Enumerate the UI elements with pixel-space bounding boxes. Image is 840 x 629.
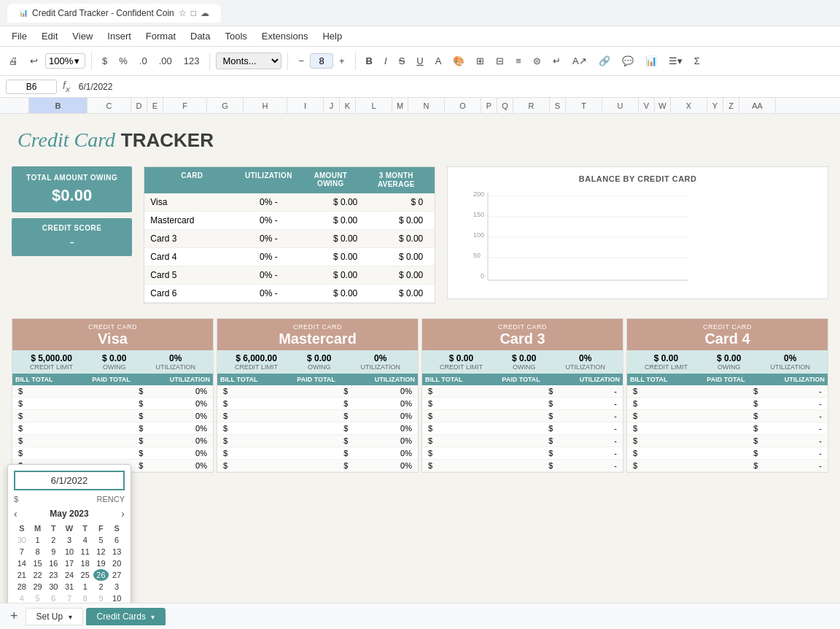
menu-file[interactable]: File: [6, 29, 33, 43]
link-button[interactable]: 🔗: [594, 53, 615, 69]
cal-day-cell[interactable]: 17: [61, 557, 77, 569]
decimal-less-button[interactable]: .0: [135, 53, 152, 69]
print-button[interactable]: 🖨: [4, 53, 23, 69]
tab-credit-cards[interactable]: Credit Cards ▾: [86, 608, 166, 625]
cal-day-cell[interactable]: 14: [14, 557, 30, 569]
cal-day-cell[interactable]: 24: [61, 569, 77, 581]
cal-day-cell[interactable]: 25: [77, 569, 93, 581]
cal-day-cell[interactable]: 4: [77, 534, 93, 546]
menu-extensions[interactable]: Extensions: [256, 29, 314, 43]
col-header-N[interactable]: N: [408, 98, 445, 113]
strikethrough-button[interactable]: S: [394, 53, 410, 69]
col-header-R[interactable]: R: [513, 98, 550, 113]
menu-help[interactable]: Help: [316, 29, 348, 43]
cal-day-cell[interactable]: 8: [77, 593, 93, 603]
menu-view[interactable]: View: [66, 29, 98, 43]
cal-day-cell[interactable]: 11: [77, 546, 93, 557]
bookmark-icon[interactable]: ☆: [179, 8, 187, 18]
cal-day-cell[interactable]: 5: [30, 593, 46, 603]
font-selector[interactable]: Monts...: [216, 53, 281, 69]
menu-tools[interactable]: Tools: [219, 29, 252, 43]
cal-day-cell[interactable]: 15: [30, 557, 46, 569]
cal-day-cell[interactable]: 4: [14, 593, 30, 603]
cal-day-cell[interactable]: 6: [45, 593, 61, 603]
currency-button[interactable]: $: [98, 53, 112, 69]
col-header-U[interactable]: U: [602, 98, 639, 113]
cal-day-cell[interactable]: 8: [30, 546, 46, 557]
valign-button[interactable]: ⊜: [529, 53, 545, 69]
cal-day-cell[interactable]: 1: [77, 581, 93, 593]
col-header-W[interactable]: W: [655, 98, 671, 113]
col-header-I[interactable]: I: [287, 98, 324, 113]
font-size-increase[interactable]: +: [335, 53, 349, 69]
formula-content[interactable]: 6/1/2022: [76, 82, 834, 92]
cal-day-cell[interactable]: 23: [45, 569, 61, 581]
menu-data[interactable]: Data: [184, 29, 216, 43]
cal-day-cell[interactable]: 9: [45, 546, 61, 557]
col-header-D[interactable]: D: [131, 98, 147, 113]
col-header-Q[interactable]: Q: [497, 98, 513, 113]
col-header-H[interactable]: H: [244, 98, 287, 113]
add-sheet-button[interactable]: +: [6, 607, 23, 625]
cal-day-cell[interactable]: 10: [109, 593, 125, 603]
font-size-decrease[interactable]: −: [294, 53, 308, 69]
col-header-L[interactable]: L: [356, 98, 392, 113]
chart-button[interactable]: 📊: [641, 53, 661, 69]
col-header-Y[interactable]: Y: [707, 98, 723, 113]
tab-setup[interactable]: Set Up ▾: [26, 608, 83, 625]
cal-day-cell[interactable]: 13: [109, 546, 125, 557]
text-rotate-button[interactable]: A↗: [568, 53, 591, 69]
browser-tab[interactable]: 📊 Credit Card Tracker - Confident Coin ☆…: [7, 4, 221, 23]
undo-button[interactable]: ↩: [26, 53, 42, 69]
underline-button[interactable]: U: [412, 53, 427, 69]
cal-day-cell[interactable]: 1: [30, 534, 46, 546]
cal-day-cell[interactable]: 30: [14, 534, 30, 546]
col-header-C[interactable]: C: [88, 98, 131, 113]
col-header-G[interactable]: G: [207, 98, 244, 113]
text-color-button[interactable]: A: [431, 53, 446, 69]
col-header-T[interactable]: T: [566, 98, 602, 113]
cal-day-cell[interactable]: 20: [109, 557, 125, 569]
cal-day-cell[interactable]: 2: [45, 534, 61, 546]
col-header-S[interactable]: S: [550, 98, 566, 113]
menu-format[interactable]: Format: [140, 29, 182, 43]
cal-day-cell[interactable]: 2: [93, 581, 109, 593]
folder-icon[interactable]: □: [191, 8, 196, 18]
highlight-button[interactable]: 🎨: [448, 53, 469, 69]
text-wrap-button[interactable]: ↵: [548, 53, 565, 69]
date-input[interactable]: 6/1/2022: [14, 471, 125, 490]
cal-day-cell[interactable]: 3: [61, 534, 77, 546]
cal-day-cell[interactable]: 5: [93, 534, 109, 546]
cal-day-cell[interactable]: 26: [93, 569, 109, 581]
italic-button[interactable]: I: [380, 53, 392, 69]
cal-day-cell[interactable]: 30: [45, 581, 61, 593]
cal-day-cell[interactable]: 6: [109, 534, 125, 546]
function-button[interactable]: Σ: [690, 53, 704, 69]
cal-day-cell[interactable]: 7: [61, 593, 77, 603]
col-header-B[interactable]: B: [29, 98, 88, 113]
cal-day-cell[interactable]: 18: [77, 557, 93, 569]
col-header-E[interactable]: E: [147, 98, 163, 113]
bold-button[interactable]: B: [362, 53, 377, 69]
decimal-more-button[interactable]: .00: [155, 53, 176, 69]
font-size-input[interactable]: 8: [310, 53, 333, 69]
cal-day-cell[interactable]: 28: [14, 581, 30, 593]
cal-day-cell[interactable]: 10: [61, 546, 77, 557]
cal-day-cell[interactable]: 9: [93, 593, 109, 603]
menu-edit[interactable]: Edit: [36, 29, 63, 43]
cal-day-cell[interactable]: 21: [14, 569, 30, 581]
col-header-K[interactable]: K: [340, 98, 356, 113]
cal-day-cell[interactable]: 27: [109, 569, 125, 581]
percent-button[interactable]: %: [114, 53, 132, 69]
number-format-button[interactable]: 123: [179, 53, 204, 69]
merge-button[interactable]: ⊟: [491, 53, 508, 69]
cal-day-cell[interactable]: 22: [30, 569, 46, 581]
cal-day-cell[interactable]: 29: [30, 581, 46, 593]
cell-reference[interactable]: B6: [6, 80, 57, 94]
cal-day-cell[interactable]: 16: [45, 557, 61, 569]
zoom-selector[interactable]: 100% ▾: [45, 53, 85, 69]
cal-day-cell[interactable]: 3: [109, 581, 125, 593]
align-button[interactable]: ≡: [511, 53, 526, 69]
col-header-J[interactable]: J: [324, 98, 340, 113]
cal-day-cell[interactable]: 7: [14, 546, 30, 557]
